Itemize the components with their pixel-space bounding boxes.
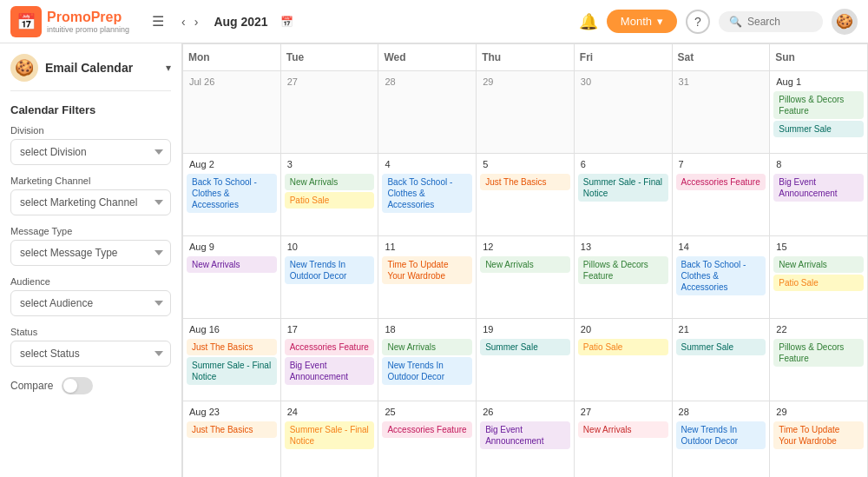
event-pill[interactable]: Patio Sale xyxy=(773,275,864,291)
day-cell[interactable]: 19Summer Sale xyxy=(477,319,575,401)
event-pill[interactable]: New Arrivals xyxy=(578,421,668,438)
day-cell[interactable]: 3New ArrivalsPatio Sale xyxy=(281,154,379,236)
logo-tagline: intuitive promo planning xyxy=(47,25,129,34)
day-cell[interactable]: 6Summer Sale - Final Notice xyxy=(575,154,673,236)
day-cell[interactable]: 29Time To Update Your Wardrobe xyxy=(770,401,868,477)
day-cell[interactable]: 28New Trends In Outdoor Decor xyxy=(673,401,771,477)
event-pill[interactable]: New Arrivals xyxy=(382,339,472,355)
event-pill[interactable]: Patio Sale xyxy=(578,339,668,355)
event-pill[interactable]: Big Event Announcement xyxy=(285,357,375,385)
help-button[interactable]: ? xyxy=(686,10,710,34)
day-cell[interactable]: 29 xyxy=(477,71,575,154)
event-pill[interactable]: Summer Sale xyxy=(773,121,864,137)
marketing-select[interactable]: select Marketing Channel xyxy=(10,189,171,215)
day-number: Aug 16 xyxy=(187,322,277,336)
day-cell[interactable]: Jul 26 xyxy=(183,71,281,154)
day-cell[interactable]: 7Accessories Feature xyxy=(673,154,771,236)
day-cell[interactable]: 20Patio Sale xyxy=(575,319,673,401)
day-cell[interactable]: 30 xyxy=(575,71,673,154)
event-pill[interactable]: New Arrivals xyxy=(285,174,375,190)
event-pill[interactable]: Pillows & Decors Feature xyxy=(773,339,864,367)
month-button[interactable]: Month ▾ xyxy=(607,10,677,33)
day-cell[interactable]: 15New ArrivalsPatio Sale xyxy=(770,236,868,319)
event-pill[interactable]: Summer Sale xyxy=(676,339,766,355)
logo-brand: PromoPrep xyxy=(47,10,129,25)
message-select[interactable]: select Message Type xyxy=(10,240,171,266)
event-pill[interactable]: Big Event Announcement xyxy=(773,174,864,202)
day-number: 11 xyxy=(382,240,472,254)
event-pill[interactable]: Time To Update Your Wardrobe xyxy=(382,256,472,284)
event-pill[interactable]: Summer Sale - Final Notice xyxy=(285,421,375,449)
day-cell[interactable]: 28 xyxy=(378,71,477,154)
day-cell[interactable]: 14Back To School - Clothes & Accessories xyxy=(673,236,771,319)
user-avatar[interactable]: 🍪 xyxy=(832,9,858,35)
event-pill[interactable]: Just The Basics xyxy=(187,421,277,438)
day-cell[interactable]: 26Big Event Announcement xyxy=(477,401,575,477)
day-cell[interactable]: 18New ArrivalsNew Trends In Outdoor Deco… xyxy=(378,319,477,401)
day-cell[interactable]: 27New Arrivals xyxy=(575,401,673,477)
event-pill[interactable]: Just The Basics xyxy=(480,174,570,190)
day-cell[interactable]: 25Accessories Feature xyxy=(378,401,477,477)
day-cell[interactable]: 4Back To School - Clothes & Accessories xyxy=(378,154,477,236)
division-filter: Division select Division xyxy=(10,125,171,165)
day-cell[interactable]: 22Pillows & Decors Feature xyxy=(770,319,868,401)
event-pill[interactable]: Patio Sale xyxy=(285,192,375,209)
day-cell[interactable]: 12New Arrivals xyxy=(477,236,575,319)
day-number: 18 xyxy=(382,322,472,336)
event-pill[interactable]: Pillows & Decors Feature xyxy=(578,256,668,284)
event-pill[interactable]: Accessories Feature xyxy=(382,421,472,438)
day-cell[interactable]: 8Big Event Announcement xyxy=(770,154,868,236)
event-pill[interactable]: New Arrivals xyxy=(480,256,570,273)
event-pill[interactable]: Accessories Feature xyxy=(285,339,375,355)
day-cell[interactable]: 17Accessories FeatureBig Event Announcem… xyxy=(281,319,379,401)
day-cell[interactable]: 21Summer Sale xyxy=(673,319,771,401)
search-input[interactable] xyxy=(747,16,808,28)
sidebar-title: Email Calendar xyxy=(45,61,159,75)
menu-icon[interactable]: ☰ xyxy=(152,13,164,30)
day-cell[interactable]: Aug 1Pillows & Decors FeatureSummer Sale xyxy=(770,71,868,154)
event-pill[interactable]: New Arrivals xyxy=(773,256,864,273)
event-pill[interactable]: Just The Basics xyxy=(187,339,277,355)
sidebar-avatar: 🍪 xyxy=(10,54,38,82)
bell-icon[interactable]: 🔔 xyxy=(579,12,598,31)
day-cell[interactable]: Aug 2Back To School - Clothes & Accessor… xyxy=(183,154,281,236)
day-cell[interactable]: 5Just The Basics xyxy=(477,154,575,236)
logo-icon: 📅 xyxy=(10,6,42,37)
day-cell[interactable]: 31 xyxy=(673,71,771,154)
compare-row: Compare xyxy=(10,377,171,394)
prev-arrow[interactable]: ‹ xyxy=(178,13,189,30)
event-pill[interactable]: Pillows & Decors Feature xyxy=(773,91,864,119)
calendar-icon[interactable]: 📅 xyxy=(280,16,293,28)
event-pill[interactable]: Back To School - Clothes & Accessories xyxy=(676,256,766,295)
event-pill[interactable]: Summer Sale - Final Notice xyxy=(578,174,668,202)
day-cell[interactable]: Aug 23Just The Basics xyxy=(183,401,281,477)
message-label: Message Type xyxy=(10,226,171,236)
next-arrow[interactable]: › xyxy=(191,13,202,30)
division-select[interactable]: select Division xyxy=(10,139,171,165)
day-number: 28 xyxy=(382,75,472,89)
event-pill[interactable]: Summer Sale - Final Notice xyxy=(187,357,277,385)
event-pill[interactable]: Big Event Announcement xyxy=(480,421,570,449)
event-pill[interactable]: Back To School - Clothes & Accessories xyxy=(382,174,472,213)
day-header: Sat xyxy=(673,44,771,71)
day-header: Mon xyxy=(183,44,281,71)
day-cell[interactable]: 10New Trends In Outdoor Decor xyxy=(281,236,379,319)
day-cell[interactable]: 13Pillows & Decors Feature xyxy=(575,236,673,319)
status-select[interactable]: select Status xyxy=(10,341,171,367)
compare-toggle[interactable] xyxy=(62,377,93,394)
event-pill[interactable]: New Arrivals xyxy=(187,256,277,273)
sidebar-chevron[interactable]: ▾ xyxy=(166,62,171,74)
day-cell[interactable]: 27 xyxy=(281,71,379,154)
event-pill[interactable]: Accessories Feature xyxy=(676,174,766,190)
day-cell[interactable]: Aug 9New Arrivals xyxy=(183,236,281,319)
day-cell[interactable]: Aug 16Just The BasicsSummer Sale - Final… xyxy=(183,319,281,401)
event-pill[interactable]: Back To School - Clothes & Accessories xyxy=(187,174,277,213)
event-pill[interactable]: New Trends In Outdoor Decor xyxy=(285,256,375,284)
event-pill[interactable]: Time To Update Your Wardrobe xyxy=(773,421,864,449)
event-pill[interactable]: Summer Sale xyxy=(480,339,570,355)
audience-select[interactable]: select Audience xyxy=(10,290,171,316)
day-cell[interactable]: 24Summer Sale - Final Notice xyxy=(281,401,379,477)
day-cell[interactable]: 11Time To Update Your Wardrobe xyxy=(378,236,477,319)
event-pill[interactable]: New Trends In Outdoor Decor xyxy=(676,421,766,449)
event-pill[interactable]: New Trends In Outdoor Decor xyxy=(382,357,472,385)
